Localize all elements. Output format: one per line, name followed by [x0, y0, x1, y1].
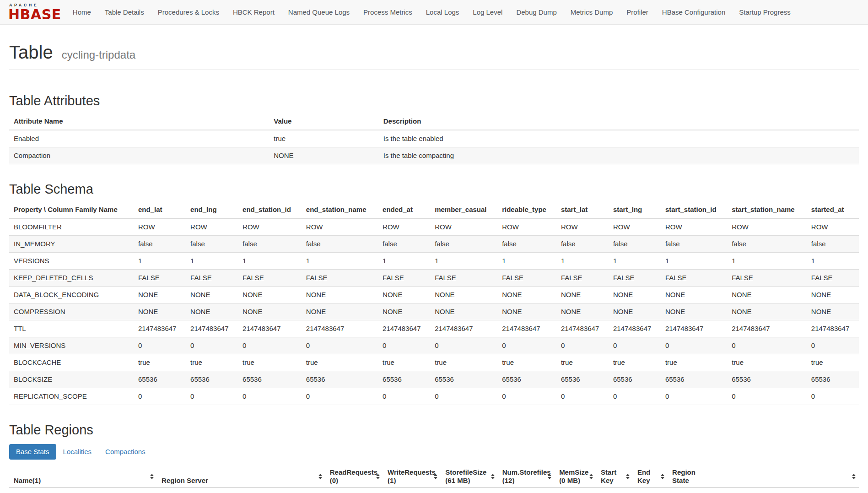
cell: true [134, 354, 186, 371]
sort-icon[interactable] [491, 474, 495, 479]
cell: ROW [134, 218, 186, 236]
cell: NONE [609, 287, 661, 303]
cell: 0 [807, 337, 859, 354]
cell: ROW [807, 218, 859, 236]
sort-icon[interactable] [376, 474, 380, 479]
cell: 65536 [378, 371, 430, 388]
column-header-name-1[interactable]: Name(1) [9, 466, 157, 488]
table-row: BLOCKCACHEtruetruetruetruetruetruetruetr… [9, 354, 859, 371]
nav-item-debug-dump[interactable]: Debug Dump [509, 8, 563, 16]
sort-icon[interactable] [589, 474, 593, 479]
sort-icon[interactable] [661, 474, 664, 479]
cell: BLOOMFILTER [9, 218, 134, 236]
nav-item-hbck-report[interactable]: HBCK Report [226, 8, 281, 16]
cell: BLOCKCACHE [9, 354, 134, 371]
sort-icon[interactable] [318, 474, 322, 479]
nav-item-process-metrics[interactable]: Process Metrics [356, 8, 419, 16]
cell: Compaction [9, 147, 269, 164]
nav-item-local-logs[interactable]: Local Logs [419, 8, 466, 16]
region-cell-read-requests: 0 [325, 488, 383, 493]
column-header-property-column-family-name: Property \ Column Family Name [9, 201, 134, 218]
column-header-readrequests-0[interactable]: ReadRequests (0) [325, 466, 383, 488]
region-cell-name: cycling-tripdata,,1719475156245.e95d0a13… [9, 488, 157, 493]
column-header-end-station-name: end_station_name [302, 201, 378, 218]
cell: ROW [238, 218, 302, 236]
region-tabs: Base StatsLocalitiesCompactions [9, 444, 859, 460]
nav-item-named-queue-logs[interactable]: Named Queue Logs [281, 8, 356, 16]
region-cell-storefile-size: 61 MB [441, 488, 497, 493]
logo-hbase-text: HBASE [8, 8, 61, 22]
region-cell-mem-size: 0 MB [555, 488, 596, 493]
sort-icon[interactable] [434, 474, 437, 479]
nav-item-home[interactable]: Home [66, 8, 98, 16]
cell: ROW [186, 218, 238, 236]
nav-item-log-level[interactable]: Log Level [466, 8, 509, 16]
cell: 65536 [556, 371, 609, 388]
cell: FALSE [378, 270, 430, 287]
cell: ROW [727, 218, 807, 236]
table-row: EnabledtrueIs the table enabled [9, 130, 859, 147]
header-row: Attribute NameValueDescription [9, 113, 859, 130]
cell: 1 [727, 253, 807, 270]
column-label: Start Key [601, 468, 621, 485]
column-header-writerequests-1[interactable]: WriteRequests (1) [383, 466, 441, 488]
cell: 2147483647 [302, 320, 378, 337]
cell: NONE [497, 303, 556, 320]
sort-icon[interactable] [548, 474, 551, 479]
nav-item-startup-progress[interactable]: Startup Progress [732, 8, 798, 16]
column-header-storefilesize-61-mb[interactable]: StorefileSize (61 MB) [441, 466, 497, 488]
cell: true [378, 354, 430, 371]
column-header-num-storefiles-12[interactable]: Num.Storefiles (12) [498, 466, 555, 488]
sort-icon[interactable] [852, 474, 856, 479]
cell: 0 [134, 388, 186, 405]
column-header-end-key[interactable]: End Key [633, 466, 668, 488]
cell: false [661, 236, 727, 253]
cell: NONE [378, 287, 430, 303]
nav-item-profiler[interactable]: Profiler [620, 8, 655, 16]
column-header-start-key[interactable]: Start Key [596, 466, 633, 488]
column-header-region-server[interactable]: Region Server [157, 466, 325, 488]
main-content: Table cycling-tripdata Table Attributes … [0, 42, 868, 493]
cell: Is the table compacting [379, 147, 859, 164]
nav-item-procedures-locks[interactable]: Procedures & Locks [151, 8, 226, 16]
nav-item-table-details[interactable]: Table Details [98, 8, 151, 16]
column-label: ReadRequests (0) [330, 468, 377, 485]
column-header-attribute-name: Attribute Name [9, 113, 269, 130]
column-header-start-lat: start_lat [556, 201, 609, 218]
sort-icon[interactable] [150, 474, 154, 479]
header-row: Property \ Column Family Nameend_latend_… [9, 201, 859, 218]
cell: NONE [302, 287, 378, 303]
column-header-value: Value [269, 113, 379, 130]
column-label: Region State [672, 468, 698, 485]
column-header-end-lng: end_lng [186, 201, 238, 218]
column-label: Region Server [162, 477, 208, 485]
cell: FALSE [609, 270, 661, 287]
cell: NONE [727, 303, 807, 320]
regions-heading: Table Regions [9, 423, 859, 438]
column-header-memsize-0-mb[interactable]: MemSize (0 MB) [555, 466, 596, 488]
cell: NONE [661, 287, 727, 303]
tab-localities[interactable]: Localities [56, 444, 99, 460]
cell: false [302, 236, 378, 253]
tab-base-stats[interactable]: Base Stats [9, 444, 56, 460]
column-label: Name(1) [14, 477, 41, 485]
cell: FALSE [238, 270, 302, 287]
column-header-started-at: started_at [807, 201, 859, 218]
cell: 65536 [661, 371, 727, 388]
column-label: End Key [637, 468, 656, 485]
table-row: KEEP_DELETED_CELLSFALSEFALSEFALSEFALSEFA… [9, 270, 859, 287]
column-header-start-lng: start_lng [609, 201, 661, 218]
cell: 2147483647 [556, 320, 609, 337]
column-header-region-state[interactable]: Region State [668, 466, 859, 488]
cell: 0 [497, 337, 556, 354]
nav-item-hbase-configuration[interactable]: HBase Configuration [655, 8, 732, 16]
cell: ROW [378, 218, 430, 236]
nav-item-metrics-dump[interactable]: Metrics Dump [564, 8, 620, 16]
cell: 0 [302, 388, 378, 405]
attributes-table: Attribute NameValueDescriptionEnabledtru… [9, 113, 859, 164]
cell: 0 [727, 388, 807, 405]
sort-icon[interactable] [626, 474, 630, 479]
hbase-logo[interactable]: APACHE HBASE [8, 3, 61, 22]
tab-compactions[interactable]: Compactions [98, 444, 152, 460]
cell: true [269, 130, 379, 147]
